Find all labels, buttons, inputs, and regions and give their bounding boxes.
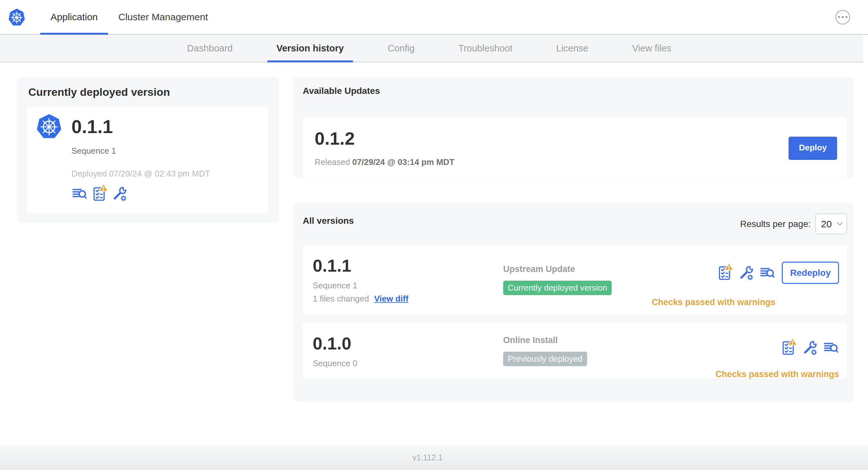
main-content: Currently deployed version 0.1.1 Sequenc… — [0, 62, 868, 402]
row-status-badge: Previously deployed — [503, 352, 587, 366]
deployed-sequence: Sequence 1 — [71, 146, 268, 156]
row-files-changed: 1 files changedView diff — [313, 294, 503, 304]
all-versions-title: All versions — [303, 216, 354, 226]
app-logo — [8, 0, 25, 34]
checks-status-text: Checks passed with warnings — [715, 369, 839, 379]
kubernetes-app-icon — [36, 113, 62, 139]
all-versions-panel: All versions Results per page: 20 0.1.1 … — [293, 203, 854, 402]
row-sequence: Sequence 1 — [313, 281, 503, 291]
subnav-version-history[interactable]: Version history — [267, 35, 353, 62]
page-footer: v1.112.1 — [0, 445, 868, 470]
row-version-number: 0.1.1 — [313, 256, 503, 275]
deploy-button[interactable]: Deploy — [788, 137, 837, 159]
subnav-dashboard[interactable]: Dashboard — [178, 35, 242, 62]
results-per-page-select[interactable]: 20 — [815, 213, 847, 234]
deployed-version-card: 0.1.1 Sequence 1 Deployed 07/29/24 @ 02:… — [27, 107, 268, 213]
row-version-number: 0.1.0 — [313, 333, 503, 353]
overflow-menu-button[interactable] — [836, 10, 850, 25]
ellipsis-icon — [838, 16, 840, 18]
subnav-license[interactable]: License — [547, 35, 597, 62]
preflight-checks-warning-icon[interactable] — [91, 186, 107, 202]
tab-application[interactable]: Application — [40, 0, 108, 34]
results-per-page-label: Results per page: — [740, 219, 811, 229]
row-status-badge: Currently deployed version — [503, 281, 612, 295]
update-released-timestamp: Released 07/29/24 @ 03:14 pm MDT — [315, 157, 454, 167]
row-sequence: Sequence 0 — [313, 359, 503, 368]
preflight-checks-warning-icon[interactable] — [717, 265, 733, 281]
update-version-number: 0.1.2 — [315, 128, 454, 149]
top-navbar: Application Cluster Management — [0, 0, 868, 35]
version-row-0.1.0: 0.1.0 Sequence 0 Online Install Previous… — [303, 323, 847, 378]
deployed-version-number: 0.1.1 — [71, 116, 113, 137]
checks-status-text: Checks passed with warnings — [652, 297, 775, 307]
subnav-view-files[interactable]: View files — [623, 35, 680, 62]
row-source: Online Install — [503, 335, 715, 345]
redeploy-button[interactable]: Redeploy — [782, 262, 839, 284]
version-row-0.1.1: 0.1.1 Sequence 1 1 files changedView dif… — [303, 245, 847, 315]
currently-deployed-title: Currently deployed version — [28, 86, 270, 98]
preflight-checks-warning-icon[interactable] — [780, 340, 797, 356]
chevron-down-icon — [837, 220, 843, 225]
view-diff-link[interactable]: View diff — [374, 294, 408, 303]
kubernetes-logo-icon — [8, 8, 25, 26]
console-version: v1.112.1 — [412, 453, 443, 462]
config-wrench-icon[interactable] — [111, 186, 127, 202]
subnav-config[interactable]: Config — [379, 35, 424, 62]
available-update-card: 0.1.2 Released 07/29/24 @ 03:14 pm MDT D… — [303, 118, 847, 178]
release-notes-icon[interactable] — [759, 265, 775, 281]
available-updates-title: Available Updates — [303, 86, 847, 96]
row-source: Upstream Update — [503, 264, 652, 274]
config-wrench-icon[interactable] — [802, 340, 818, 356]
config-wrench-icon[interactable] — [738, 265, 754, 281]
available-updates-panel: Available Updates 0.1.2 Released 07/29/2… — [293, 77, 854, 178]
tab-cluster-management[interactable]: Cluster Management — [108, 0, 218, 34]
app-subnav: Dashboard Version history Config Trouble… — [0, 35, 863, 62]
release-notes-icon[interactable] — [823, 340, 839, 356]
release-notes-icon[interactable] — [71, 186, 88, 202]
currently-deployed-panel: Currently deployed version 0.1.1 Sequenc… — [18, 77, 279, 223]
deployed-timestamp: Deployed 07/29/24 @ 02:43 pm MDT — [71, 169, 268, 179]
subnav-troubleshoot[interactable]: Troubleshoot — [450, 35, 522, 62]
